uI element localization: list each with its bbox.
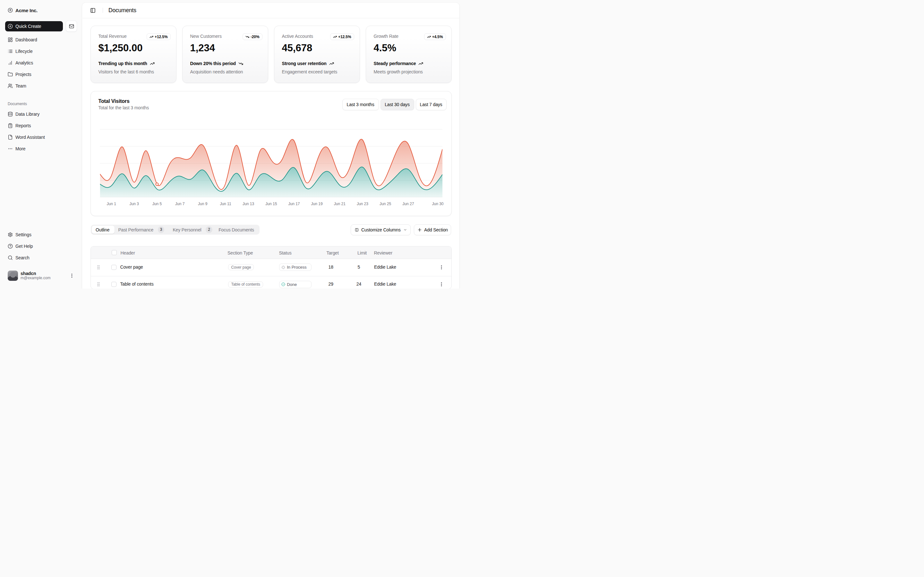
svg-text:Jun 3: Jun 3 <box>129 201 139 206</box>
svg-text:Jun 25: Jun 25 <box>380 201 391 206</box>
svg-text:Jun 5: Jun 5 <box>152 201 162 206</box>
svg-text:Jun 13: Jun 13 <box>242 201 254 206</box>
svg-text:Jun 1: Jun 1 <box>107 201 116 206</box>
svg-text:Jun 17: Jun 17 <box>288 201 300 206</box>
svg-text:Jun 30: Jun 30 <box>432 201 443 206</box>
svg-text:Jun 19: Jun 19 <box>311 201 322 206</box>
svg-text:Jun 23: Jun 23 <box>357 201 368 206</box>
svg-text:Jun 11: Jun 11 <box>220 201 231 206</box>
svg-text:Jun 9: Jun 9 <box>198 201 208 206</box>
svg-text:Jun 21: Jun 21 <box>334 201 345 206</box>
svg-text:Jun 27: Jun 27 <box>402 201 414 206</box>
svg-text:Jun 15: Jun 15 <box>265 201 277 206</box>
svg-text:Jun 7: Jun 7 <box>175 201 185 206</box>
